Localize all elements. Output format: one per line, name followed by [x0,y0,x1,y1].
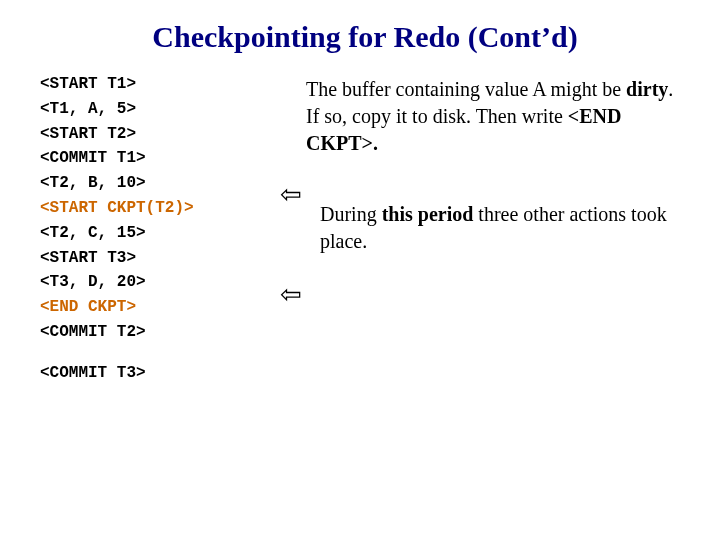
log-line-ckpt-start: <START CKPT(T2)> [40,196,270,221]
log-line-ckpt-end: <END CKPT> [40,295,270,320]
log-line: <COMMIT T2> [40,320,270,345]
content-columns: <START T1> <T1, A, 5> <START T2> <COMMIT… [40,72,690,386]
slide-title: Checkpointing for Redo (Cont’d) [40,20,690,54]
log-column: <START T1> <T1, A, 5> <START T2> <COMMIT… [40,72,270,386]
log-line: <COMMIT T1> [40,146,270,171]
arrow-left-icon: ⇦ [280,281,302,307]
slide: Checkpointing for Redo (Cont’d) <START T… [0,0,720,540]
log-line: <T1, A, 5> [40,97,270,122]
log-line: <START T3> [40,246,270,271]
paragraph-2: During this period three other actions t… [280,187,690,267]
arrow-left-icon: ⇦ [280,181,302,207]
arrow-block: ⇦ During this period three other actions… [280,187,690,267]
text: The buffer containing value A might be [306,78,626,100]
text-bold: this period [382,203,474,225]
text: . [373,132,378,154]
paragraph-1: The buffer containing value A might be d… [280,76,690,157]
explanation-column: The buffer containing value A might be d… [280,72,690,267]
log-line: <START T2> [40,122,270,147]
log-line: <START T1> [40,72,270,97]
log-line: <COMMIT T3> [40,361,270,386]
text: During [320,203,382,225]
log-spacer [40,345,270,361]
log-line: <T3, D, 20> [40,270,270,295]
text-bold: dirty [626,78,668,100]
log-line: <T2, C, 15> [40,221,270,246]
log-line: <T2, B, 10> [40,171,270,196]
